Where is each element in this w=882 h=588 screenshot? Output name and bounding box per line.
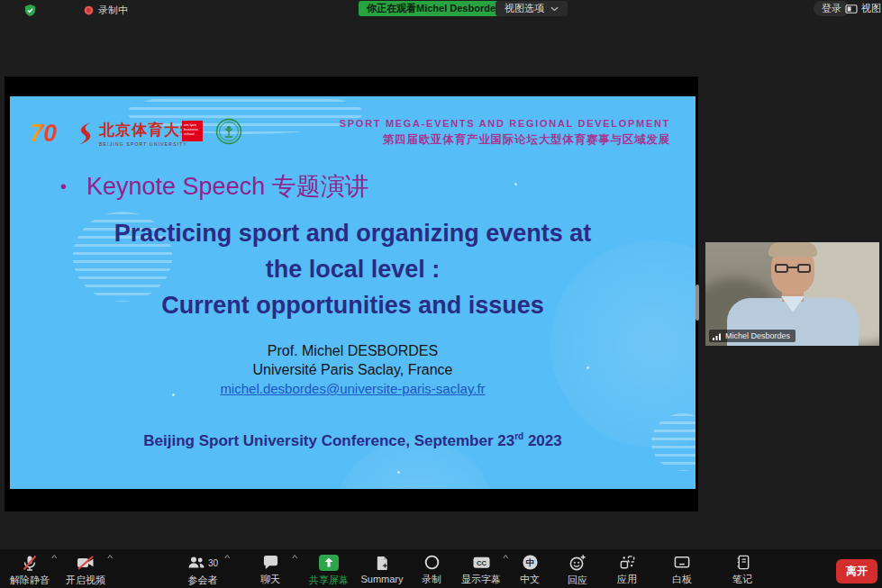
recording-label: 录制中 [98, 4, 128, 17]
share-screen-button[interactable]: 共享屏幕 [300, 554, 358, 586]
chevron-up-icon[interactable]: ^ [107, 554, 113, 563]
speaker-block: Prof. Michel DESBORDES Université Paris … [10, 341, 696, 398]
participants-count: 30 [208, 558, 218, 568]
security-shield-icon [23, 4, 37, 17]
notes-button[interactable]: 笔记 [714, 554, 771, 586]
view-label: 视图 [861, 2, 881, 15]
captions-label: 显示字幕 [461, 573, 501, 586]
participants-icon [187, 554, 205, 572]
mic-off-icon [21, 554, 39, 572]
chat-button[interactable]: ^ 聊天 [241, 554, 299, 586]
chevron-up-icon[interactable]: ^ [51, 554, 57, 563]
apps-label: 应用 [617, 573, 637, 586]
footer-text: Beijing Sport University Conference, Sep… [143, 432, 514, 449]
view-layout-icon [845, 4, 858, 14]
whiteboard-icon [673, 554, 691, 571]
speaker-name: Prof. Michel DESBORDES [10, 341, 696, 360]
apps-icon [619, 554, 636, 571]
beijing-sport-university-logo: 北京体育大学 BEIJING SPORT UNIVERSITY [75, 120, 196, 147]
chat-icon [262, 554, 279, 571]
summary-icon [374, 555, 391, 572]
participants-button[interactable]: 30 ^ 参会者 [174, 554, 232, 586]
language-label: 中文 [520, 573, 540, 586]
meeting-toolbar: ^ 解除静音 ^ 开启视频 30 ^ 参会者 [0, 549, 882, 588]
summary-label: Summary [360, 574, 403, 584]
slide-title-line-2: the local level : [10, 251, 696, 287]
glasses-icon [775, 264, 811, 273]
green-emblem-icon [215, 118, 242, 145]
conference-header-en: SPORT MEGA-EVENTS AND REGIONAL DEVELOPME… [340, 118, 670, 129]
recording-indicator: 录制中 [83, 0, 128, 20]
record-icon [423, 554, 441, 571]
emlyon-logo: em lyon business school [182, 121, 203, 141]
share-screen-icon [318, 554, 340, 572]
participant-name-label: Michel Desbordes [709, 330, 796, 342]
recording-dot-icon [83, 5, 95, 16]
chevron-down-icon [550, 6, 559, 12]
share-screen-label: 共享屏幕 [309, 574, 349, 587]
participants-label: 参会者 [188, 574, 218, 587]
bsu-name-en: BEIJING SPORT UNIVERSITY [99, 141, 196, 147]
keynote-heading: • Keynote Speech 专题演讲 [60, 170, 369, 203]
view-options-button[interactable]: 视图选项 [496, 1, 568, 16]
slide-title: Practicing sport and organizing events a… [10, 215, 696, 323]
footer-ordinal: rd [514, 431, 523, 441]
slide-title-line-1: Practicing sport and organizing events a… [10, 215, 696, 251]
notes-label: 笔记 [732, 573, 752, 586]
language-icon: 中 [522, 554, 539, 571]
slide-title-line-3: Current opportunities and issues [10, 287, 696, 323]
bullet-icon: • [60, 176, 67, 197]
slide-footer: Beijing Sport University Conference, Sep… [10, 431, 696, 450]
chevron-up-icon[interactable]: ^ [292, 554, 297, 563]
dot-decoration [514, 183, 517, 185]
presentation-slide: 70 北京体育大学 BEIJING SPORT UNIVERSITY em ly… [10, 96, 696, 489]
captions-cc-icon: CC [472, 554, 491, 571]
participant-video-tile[interactable]: Michel Desbordes [705, 242, 879, 346]
camera-off-icon [76, 554, 95, 572]
panel-resize-handle[interactable] [696, 285, 699, 321]
speaker-affiliation: Université Paris Saclay, France [10, 360, 696, 379]
start-video-button[interactable]: ^ 开启视频 [57, 554, 114, 586]
chat-label: 聊天 [260, 573, 280, 586]
unmute-button[interactable]: ^ 解除静音 [1, 554, 59, 586]
top-bar: 录制中 你正在观看Michel Desbordes的屏幕 视图选项 登录 视图 [0, 0, 882, 20]
shared-screen-region: 70 北京体育大学 BEIJING SPORT UNIVERSITY em ly… [5, 77, 698, 511]
leave-meeting-button[interactable]: 离开 [836, 559, 877, 583]
whiteboard-button[interactable]: 白板 [653, 554, 711, 586]
svg-text:CC: CC [477, 559, 486, 567]
footer-year: 2023 [523, 432, 562, 449]
unmute-label: 解除静音 [10, 574, 50, 587]
participant-name: Michel Desbordes [725, 331, 790, 340]
notes-icon [734, 554, 751, 571]
start-video-label: 开启视频 [66, 574, 105, 587]
whiteboard-label: 白板 [672, 573, 692, 586]
keynote-title: Keynote Speech 专题演讲 [86, 170, 369, 203]
apps-button[interactable]: 应用 [598, 554, 656, 586]
bsu-swoosh-icon [75, 121, 95, 146]
view-options-label: 视图选项 [505, 2, 544, 15]
audio-signal-icon [713, 332, 722, 340]
speaker-email-link[interactable]: michel.desbordes@universite-paris-saclay… [220, 381, 485, 396]
reactions-label: 回应 [568, 574, 587, 587]
signin-button[interactable]: 登录 [814, 1, 850, 16]
reactions-smiley-icon [568, 554, 586, 572]
svg-text:中: 中 [525, 557, 534, 567]
conference-header-zh: 第四届欧亚体育产业国际论坛大型体育赛事与区域发展 [383, 132, 670, 148]
record-label: 录制 [422, 573, 441, 586]
security-status [23, 0, 37, 20]
chevron-up-icon[interactable]: ^ [224, 554, 230, 563]
view-button[interactable]: 视图 [845, 1, 881, 16]
dot-decoration [397, 471, 400, 474]
signin-label: 登录 [822, 2, 841, 15]
participant-hair [768, 242, 817, 257]
anniversary-70-logo: 70 [30, 120, 57, 147]
